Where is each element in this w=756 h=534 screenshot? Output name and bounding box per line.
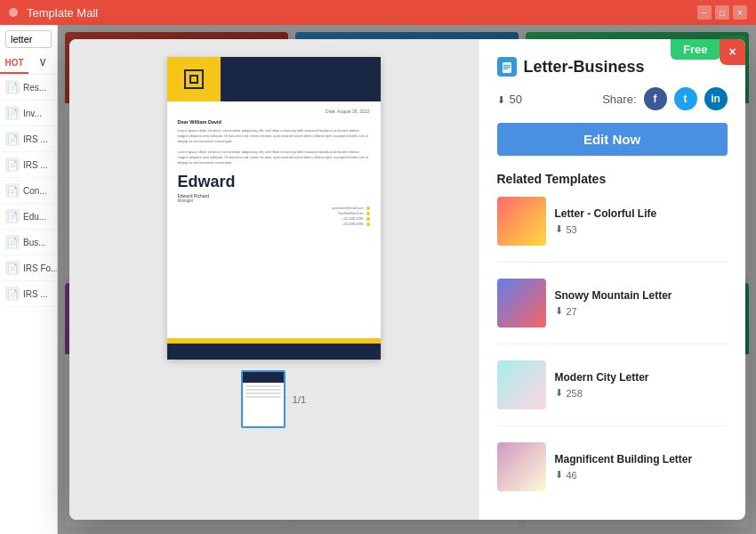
related-downloads-0: 53	[555, 223, 728, 235]
meta-row: 50 Share: f t in	[497, 87, 728, 110]
modal-info-panel: Letter-Business 50 Share: f t in Edit No…	[479, 39, 745, 520]
title-dot-1	[9, 8, 18, 17]
maximize-button[interactable]: □	[715, 5, 729, 20]
doc-logo-inner	[189, 75, 198, 84]
doc-logo	[184, 69, 204, 89]
downloads-number: 50	[510, 93, 522, 106]
related-thumb-3	[497, 442, 546, 491]
sidebar-items: 📄 Res... 📄 Inv... 📄 IRS ... 📄 IRS ... 📄 …	[0, 75, 57, 307]
related-item-0[interactable]: Letter - Colorful Life 53	[497, 197, 728, 246]
doc-header	[167, 57, 381, 101]
related-info-3: Magnificent Building Letter 46	[555, 453, 728, 481]
thumb-inner-1	[243, 372, 284, 426]
share-section: Share: f t in	[602, 87, 727, 110]
related-item-2[interactable]: Modern City Letter 258	[497, 360, 728, 409]
search-input[interactable]	[5, 30, 52, 48]
dl-icon-0	[555, 223, 563, 235]
sidebar-item-2[interactable]: 📄 IRS ...	[0, 126, 57, 152]
related-name-1: Snowy Mountain Letter	[555, 289, 728, 302]
sidebar: HOT V 📄 Res... 📄 Inv... 📄 IRS ... 📄 IRS …	[0, 25, 58, 534]
divider-1	[497, 344, 728, 344]
related-item-3[interactable]: Magnificent Building Letter 46	[497, 442, 728, 491]
doc-greeting: Dear William David	[178, 119, 370, 125]
related-info-2: Modern City Letter 258	[555, 371, 728, 399]
divider-2	[497, 425, 728, 426]
modal-overlay: Free × Date: August 28, 2022 Dear Willia…	[58, 25, 756, 534]
related-name-0: Letter - Colorful Life	[555, 207, 728, 220]
sidebar-item-0[interactable]: 📄 Res...	[0, 75, 57, 101]
edit-now-button[interactable]: Edit Now	[497, 123, 728, 156]
share-linkedin-button[interactable]: in	[704, 87, 728, 110]
item-icon-7: 📄	[5, 261, 20, 275]
doc-footer	[167, 344, 381, 360]
doc-name: Edward	[178, 173, 370, 191]
contact-dot-1	[366, 212, 370, 215]
modal-free-badge: Free	[671, 39, 720, 60]
contact-dot-3	[366, 222, 370, 226]
item-icon-2: 📄	[5, 132, 20, 146]
downloads-count: 50	[497, 93, 522, 106]
sidebar-item-3[interactable]: 📄 IRS ...	[0, 152, 57, 178]
related-name-3: Magnificent Building Letter	[555, 453, 728, 465]
item-icon-6: 📄	[5, 235, 20, 249]
thumb-line	[245, 392, 281, 394]
template-name: Letter-Business	[524, 58, 645, 77]
document-preview: Date: August 28, 2022 Dear William David…	[167, 57, 381, 360]
app-title: Template Mall	[27, 6, 98, 20]
sidebar-item-5[interactable]: 📄 Edu...	[0, 204, 57, 230]
sidebar-item-6[interactable]: 📄 Bus...	[0, 230, 57, 255]
doc-contact-2: +02-2345-6789	[342, 217, 370, 221]
download-icon	[497, 93, 505, 106]
dl-icon-1	[555, 305, 563, 317]
tab-hot[interactable]: HOT	[0, 53, 28, 74]
sidebar-item-4[interactable]: 📄 Con...	[0, 178, 57, 204]
thumb-top-1	[243, 372, 284, 383]
doc-lorem-1: Lorem ipsum dolor sit amet, consectetur …	[178, 128, 370, 144]
svg-rect-3	[503, 69, 508, 69]
related-thumb-1	[497, 279, 546, 328]
related-info-1: Snowy Mountain Letter 27	[555, 289, 728, 317]
thumb-line	[245, 385, 281, 387]
template-title: Letter-Business	[497, 57, 728, 77]
dl-icon-3	[555, 469, 563, 481]
sidebar-item-8[interactable]: 📄 IRS ...	[0, 281, 57, 307]
minimize-button[interactable]: −	[697, 5, 712, 20]
pagination-label: 1/1	[293, 394, 306, 405]
modal-close-button[interactable]: ×	[720, 39, 745, 65]
title-bar: Template Mall − □ ×	[0, 0, 756, 25]
related-downloads-1: 27	[555, 305, 728, 317]
sidebar-item-7[interactable]: 📄 IRS Fo...	[0, 255, 57, 281]
item-icon-1: 📄	[5, 106, 20, 120]
related-downloads-2: 258	[555, 387, 728, 399]
dl-icon-2	[555, 387, 563, 399]
related-item-1[interactable]: Snowy Mountain Letter 27	[497, 279, 728, 328]
doc-header-yellow	[167, 57, 221, 101]
thumb-lines-1	[243, 383, 284, 426]
doc-body: Date: August 28, 2022 Dear William David…	[167, 101, 381, 233]
item-icon-5: 📄	[5, 209, 20, 223]
tab-v[interactable]: V	[28, 53, 57, 74]
related-thumb-0	[497, 197, 546, 246]
search-bar	[0, 25, 57, 53]
thumb-line	[245, 396, 281, 398]
item-icon-8: 📄	[5, 287, 20, 301]
template-title-icon	[497, 57, 517, 77]
modal: Free × Date: August 28, 2022 Dear Willia…	[69, 39, 745, 520]
sidebar-item-1[interactable]: 📄 Inv...	[0, 101, 57, 126]
share-twitter-button[interactable]: t	[674, 87, 697, 110]
item-icon-0: 📄	[5, 80, 20, 94]
pagination-thumb-1[interactable]	[241, 370, 286, 428]
item-icon-3: 📄	[5, 158, 20, 172]
divider-0	[497, 262, 728, 263]
sidebar-tabs: HOT V	[0, 53, 57, 75]
doc-role: Manager	[178, 198, 370, 203]
related-info-0: Letter - Colorful Life 53	[555, 207, 728, 235]
item-icon-4: 📄	[5, 183, 20, 198]
doc-contact-3: +02-2345-6789	[342, 222, 370, 226]
close-button[interactable]: ×	[733, 5, 747, 20]
share-facebook-button[interactable]: f	[644, 87, 667, 110]
related-name-2: Modern City Letter	[555, 371, 728, 384]
share-label: Share:	[602, 93, 636, 106]
contact-dot-0	[366, 206, 370, 210]
doc-date: Date: August 28, 2022	[178, 109, 370, 114]
